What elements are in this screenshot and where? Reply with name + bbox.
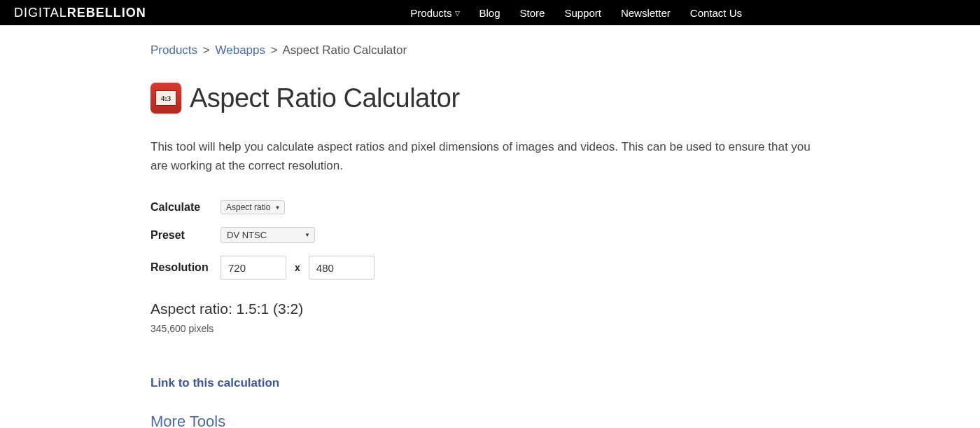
resolution-width-input[interactable] — [220, 256, 286, 279]
resolution-label: Resolution — [150, 261, 220, 274]
nav-store[interactable]: Store — [520, 7, 545, 19]
navbar: DIGITALREBELLION Products ▽ Blog Store S… — [0, 0, 980, 25]
chevron-down-icon: ▼ — [304, 232, 310, 238]
nav-blog[interactable]: Blog — [479, 7, 500, 19]
logo[interactable]: DIGITALREBELLION — [14, 6, 146, 20]
nav-products[interactable]: Products ▽ — [410, 7, 459, 19]
nav-links: Products ▽ Blog Store Support Newsletter… — [410, 7, 742, 19]
breadcrumb-products[interactable]: Products — [150, 43, 197, 57]
nav-contact[interactable]: Contact Us — [690, 7, 742, 19]
logo-part1: DIGITAL — [14, 6, 67, 20]
preset-select[interactable]: DV NTSC ▼ — [220, 227, 315, 243]
more-tools-heading: More Tools — [150, 413, 830, 428]
result-block: Aspect ratio: 1.5:1 (3:2) 345,600 pixels — [150, 301, 830, 334]
resolution-height-input[interactable] — [309, 256, 374, 279]
logo-part2: REBELLION — [67, 6, 146, 20]
aspect-ratio-icon: 4:3 — [150, 83, 181, 113]
breadcrumb-webapps[interactable]: Webapps — [216, 43, 266, 57]
row-preset: Preset DV NTSC ▼ — [150, 227, 830, 243]
resolution-x: x — [295, 262, 300, 273]
row-calculate: Calculate Aspect ratio ▼ — [150, 200, 830, 214]
preset-label: Preset — [150, 229, 220, 242]
main-content: Products > Webapps > Aspect Ratio Calcul… — [150, 25, 830, 428]
result-ratio: Aspect ratio: 1.5:1 (3:2) — [150, 301, 830, 317]
page-header: 4:3 Aspect Ratio Calculator — [150, 83, 830, 113]
link-to-calculation[interactable]: Link to this calculation — [150, 376, 830, 390]
row-resolution: Resolution x — [150, 256, 830, 279]
nav-support[interactable]: Support — [564, 7, 601, 19]
page-description: This tool will help you calculate aspect… — [150, 137, 830, 175]
calculate-select[interactable]: Aspect ratio ▼ — [220, 200, 285, 214]
nav-newsletter[interactable]: Newsletter — [621, 7, 671, 19]
breadcrumb: Products > Webapps > Aspect Ratio Calcul… — [150, 43, 830, 57]
chevron-down-icon: ▽ — [455, 10, 460, 17]
result-pixels: 345,600 pixels — [150, 323, 830, 334]
page-title: Aspect Ratio Calculator — [190, 83, 460, 113]
breadcrumb-current: Aspect Ratio Calculator — [282, 43, 407, 57]
calculate-label: Calculate — [150, 201, 220, 214]
chevron-down-icon: ▼ — [274, 205, 280, 211]
